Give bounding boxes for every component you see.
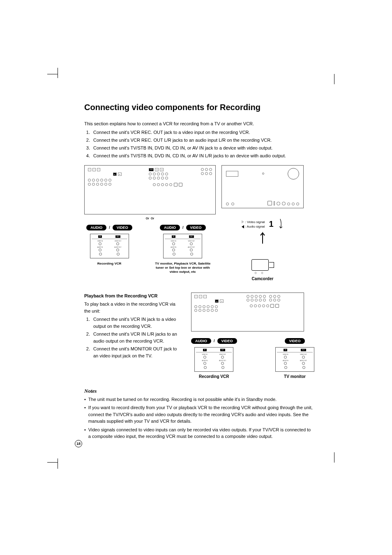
in-label: IN	[172, 235, 175, 238]
step-number: 2.	[84, 331, 90, 345]
note-text: The unit must be turned on for recording…	[88, 396, 277, 403]
step-number: 4.	[84, 152, 90, 159]
main-steps: 1.Connect the unit's VCR REC. OUT jack t…	[84, 129, 314, 159]
crop-mark	[47, 462, 58, 463]
pill-row: VIDEO	[285, 338, 304, 344]
signal-legend: : Video signal : Audio signal	[242, 220, 265, 229]
pill-slash: /	[214, 339, 215, 343]
audio-pill: AUDIO	[191, 338, 211, 344]
crop-mark	[334, 452, 334, 463]
playback-step: 2.Connect the unit's MONITOR OUT jack to…	[84, 345, 183, 359]
vcr-header: INOUT	[196, 349, 232, 352]
page-number: 18	[75, 440, 82, 447]
jack-label: VIDEO OUT	[219, 354, 226, 355]
step-number: 1.	[84, 316, 90, 330]
playback-device-caption: TV monitor, Playback VCR, Satellite tune…	[152, 262, 214, 274]
jack-label: VIDEO OUT	[188, 240, 195, 242]
out-label: OUT	[189, 235, 194, 238]
receiver-schematic-2: ━━━ ▬▬	[191, 293, 304, 331]
recording-vcr-column-2: AUDIO / VIDEO INOUT VIDEO INVIDEO OUT AU…	[191, 338, 237, 379]
notes-heading: Notes	[84, 388, 314, 394]
crop-mark	[58, 458, 58, 469]
arrow-left-icon	[242, 225, 244, 228]
step-text: Connect the unit's VCR IN L/R jacks to a…	[93, 331, 183, 345]
audio-signal-legend: : Audio signal	[242, 224, 265, 229]
out-label: OUT	[301, 349, 306, 351]
bullet-icon: •	[84, 396, 86, 403]
video-pill: VIDEO	[285, 338, 304, 344]
connection-diagram-1: ━━━ ▬▬ VCR▬▬	[84, 165, 314, 281]
jack-label: AUDIO IN	[97, 246, 103, 248]
step-text: Connect the unit's MONITOR OUT jack to a…	[93, 345, 183, 359]
in-label: IN	[98, 235, 102, 238]
page-content: Connecting video components for Recordin…	[84, 103, 314, 442]
playback-steps: 1.Connect the unit's VCR IN jack to a vi…	[84, 316, 183, 359]
step-number: 2.	[84, 345, 90, 359]
video-pill: VIDEO	[113, 225, 132, 230]
pill-slash: /	[182, 226, 184, 230]
pill-row: AUDIO / VIDEO	[86, 225, 132, 230]
recording-vcr-label-2: Recording VCR	[199, 374, 229, 379]
recording-vcr-box: INOUT VIDEO INVIDEO OUT AUDIO INAUDIO OU…	[90, 234, 129, 258]
arrow-down-icon	[278, 218, 284, 230]
callout-number-1: 1	[269, 219, 274, 229]
jack-label: AUDIO IN	[171, 246, 176, 248]
audio-pill: AUDIO	[160, 225, 180, 230]
page-title: Connecting video components for Recordin…	[84, 103, 314, 112]
step-number: 1.	[84, 129, 90, 136]
step-3: 3.Connect the unit's TV/STB IN, DVD IN, …	[84, 145, 314, 152]
note-text: If you want to record directly from your…	[88, 404, 314, 425]
or-label: Or	[146, 217, 149, 220]
jack-label: VIDEO OUT	[300, 354, 307, 355]
note-item: •If you want to record directly from you…	[84, 404, 314, 425]
vcr-header: INOUT	[92, 235, 127, 239]
pill-slash: /	[109, 226, 110, 230]
in-label: IN	[284, 349, 287, 351]
video-pill: VIDEO	[186, 225, 206, 230]
pill-row: AUDIO / VIDEO	[160, 225, 206, 230]
pill-row: AUDIO / VIDEO	[191, 338, 237, 344]
bullet-icon: •	[84, 426, 86, 440]
vcr-boxes-row: AUDIO / VIDEO INOUT VIDEO INVIDEO OUT AU…	[86, 225, 214, 274]
notes-list: •The unit must be turned on for recordin…	[84, 396, 314, 440]
jack-label: AUDIO OUT	[115, 246, 122, 248]
playback-section: Playback from the Recording VCR To play …	[84, 292, 314, 379]
vcr-header: INOUT	[277, 349, 313, 352]
tv-monitor-box: INOUT VIDEO INVIDEO OUT AUDIO INAUDIO OU…	[275, 347, 314, 372]
jack-label: AUDIO IN	[283, 360, 288, 362]
jack-label: AUDIO OUT	[219, 360, 226, 362]
intro-text: This section explains how to connect a V…	[84, 120, 314, 127]
vcr-header: INOUT	[165, 235, 201, 239]
diagram-left-column: ━━━ ▬▬ VCR▬▬	[84, 165, 216, 274]
playback-device-box: INOUT VIDEO INVIDEO OUT AUDIO INAUDIO OU…	[163, 234, 202, 258]
jack-label: VIDEO OUT	[115, 240, 122, 242]
crop-mark	[47, 74, 58, 74]
jack-label: VIDEO IN	[283, 354, 288, 355]
arrow-right-icon	[242, 220, 244, 223]
tv-monitor-label: TV monitor	[284, 374, 306, 379]
step-text: Connect the unit's TV/STB IN, DVD IN, CD…	[93, 145, 272, 152]
note-item: •Video signals connected to video inputs…	[84, 426, 314, 440]
playback-intro: To play back a video in the recording VC…	[84, 301, 183, 314]
diagram-right-column: : Video signal : Audio signal 1 ○ ○ Camc…	[221, 165, 304, 281]
crop-mark	[58, 68, 58, 78]
receiver-rear-panel-2: ━━━ ▬▬	[191, 292, 304, 332]
video-pill: VIDEO	[217, 338, 237, 344]
jack-label: VIDEO IN	[202, 354, 208, 355]
front-panel-box	[221, 165, 304, 208]
note-text: Video signals connected to video inputs …	[88, 426, 314, 440]
jack-label: VIDEO IN	[97, 240, 103, 242]
step-1: 1.Connect the unit's VCR REC. OUT jack t…	[84, 129, 314, 136]
step-4: 4.Connect the unit's TV/STB IN, DVD IN, …	[84, 152, 314, 159]
step-number: 3.	[84, 145, 90, 152]
step-2: 2.Connect the unit's VCR REC. OUT L/R ja…	[84, 137, 314, 144]
playback-step: 2.Connect the unit's VCR IN L/R jacks to…	[84, 331, 183, 345]
playback-device-column: AUDIO / VIDEO INOUT VIDEO INVIDEO OUT AU…	[152, 225, 214, 274]
jack-label: AUDIO OUT	[188, 246, 195, 248]
receiver-schematic: ━━━ ▬▬ VCR▬▬	[85, 166, 215, 214]
or-labels: Or Or	[146, 217, 154, 220]
jack-label: AUDIO IN	[202, 360, 208, 362]
receiver-rear-panel: ━━━ ▬▬ VCR▬▬	[84, 165, 216, 214]
out-label: OUT	[115, 235, 120, 238]
or-label: Or	[151, 217, 154, 220]
